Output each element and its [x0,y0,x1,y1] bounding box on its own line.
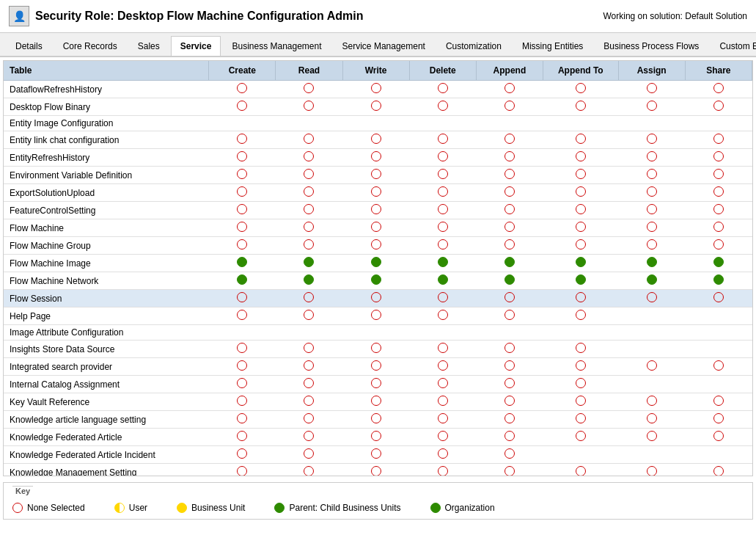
permission-cell[interactable] [476,149,543,167]
permission-cell[interactable] [276,98,342,116]
permission-none-icon[interactable] [504,378,515,388]
permission-none-icon[interactable] [647,186,657,197]
permission-cell[interactable] [476,290,543,307]
table-row[interactable]: Entity Image Configuration [4,116,752,131]
permission-cell[interactable] [409,202,476,219]
permission-none-icon[interactable] [713,169,724,179]
permission-none-icon[interactable] [647,101,657,111]
permission-cell[interactable] [209,429,276,446]
permission-cell[interactable] [618,272,685,290]
permission-none-icon[interactable] [438,396,448,406]
permission-none-icon[interactable] [504,83,515,93]
permission-cell[interactable] [685,429,752,446]
permission-none-icon[interactable] [304,448,314,459]
permission-cell[interactable] [276,237,342,255]
permission-org-icon[interactable] [576,257,586,267]
permission-none-icon[interactable] [237,413,247,423]
permission-cell[interactable] [476,98,543,116]
permission-none-icon[interactable] [647,134,657,144]
permission-cell[interactable] [476,358,543,376]
permission-cell[interactable] [476,411,543,429]
permission-org-icon[interactable] [647,274,657,285]
permission-none-icon[interactable] [371,204,381,214]
permission-none-icon[interactable] [576,151,586,161]
permission-none-icon[interactable] [304,310,314,320]
permission-cell[interactable] [543,255,619,272]
permission-cell[interactable] [209,290,276,307]
permission-cell[interactable] [543,98,619,116]
permission-none-icon[interactable] [504,292,515,302]
permission-none-icon[interactable] [576,343,586,353]
permission-cell[interactable] [276,202,342,219]
permission-cell[interactable] [342,393,409,411]
permission-none-icon[interactable] [304,360,314,371]
permission-none-icon[interactable] [237,396,247,406]
table-row[interactable]: Entity link chat configuration [4,131,752,149]
permission-none-icon[interactable] [504,239,515,250]
permission-cell[interactable] [342,411,409,429]
permission-none-icon[interactable] [304,378,314,388]
permission-cell[interactable] [342,149,409,167]
permission-cell[interactable] [342,81,409,98]
permission-none-icon[interactable] [576,413,586,423]
permission-cell[interactable] [342,202,409,219]
permission-org-icon[interactable] [304,274,314,285]
table-row[interactable]: Flow Session [4,290,752,307]
permission-cell[interactable] [618,411,685,429]
permission-cell[interactable] [685,202,752,219]
permission-none-icon[interactable] [371,186,381,197]
permission-cell[interactable] [209,131,276,149]
permission-none-icon[interactable] [304,413,314,423]
permission-none-icon[interactable] [504,396,515,406]
permission-cell[interactable] [276,167,342,184]
permission-cell[interactable] [342,446,409,464]
permission-none-icon[interactable] [713,396,724,406]
permission-none-icon[interactable] [504,222,515,232]
permission-cell[interactable] [476,376,543,393]
permission-cell[interactable] [543,167,619,184]
permission-none-icon[interactable] [371,413,381,423]
permission-none-icon[interactable] [576,360,586,371]
permission-cell[interactable] [543,237,619,255]
permission-none-icon[interactable] [713,83,724,93]
permission-none-icon[interactable] [504,169,515,179]
permission-cell[interactable] [342,376,409,393]
permission-cell[interactable] [409,393,476,411]
permission-cell[interactable] [685,184,752,202]
permission-cell[interactable] [409,358,476,376]
permission-none-icon[interactable] [647,396,657,406]
permission-none-icon[interactable] [438,222,448,232]
permission-cell[interactable] [209,219,276,237]
table-row[interactable]: Flow Machine Network [4,272,752,290]
permission-none-icon[interactable] [304,101,314,111]
table-row[interactable]: Key Vault Reference [4,393,752,411]
permission-none-icon[interactable] [504,101,515,111]
permission-none-icon[interactable] [237,204,247,214]
permission-none-icon[interactable] [438,292,448,302]
permission-none-icon[interactable] [713,101,724,111]
permission-cell[interactable] [276,358,342,376]
permission-org-icon[interactable] [371,257,381,267]
permission-cell[interactable] [342,290,409,307]
permission-cell[interactable] [543,376,619,393]
permission-cell[interactable] [685,81,752,98]
permission-none-icon[interactable] [576,310,586,320]
permission-org-icon[interactable] [304,257,314,267]
permission-none-icon[interactable] [371,292,381,302]
tab-business-process-flows[interactable]: Business Process Flows [594,36,708,56]
permission-cell[interactable] [276,325,342,341]
permission-none-icon[interactable] [504,413,515,423]
permission-cell[interactable] [476,237,543,255]
permission-cell[interactable] [342,307,409,325]
permission-cell[interactable] [409,184,476,202]
permission-cell[interactable] [276,464,342,477]
tab-sales[interactable]: Sales [128,36,169,56]
permission-cell[interactable] [209,237,276,255]
permission-cell[interactable] [476,429,543,446]
permission-none-icon[interactable] [304,431,314,441]
permission-cell[interactable] [685,219,752,237]
permission-cell[interactable] [276,411,342,429]
permission-none-icon[interactable] [504,186,515,197]
permission-none-icon[interactable] [576,134,586,144]
permission-none-icon[interactable] [304,222,314,232]
